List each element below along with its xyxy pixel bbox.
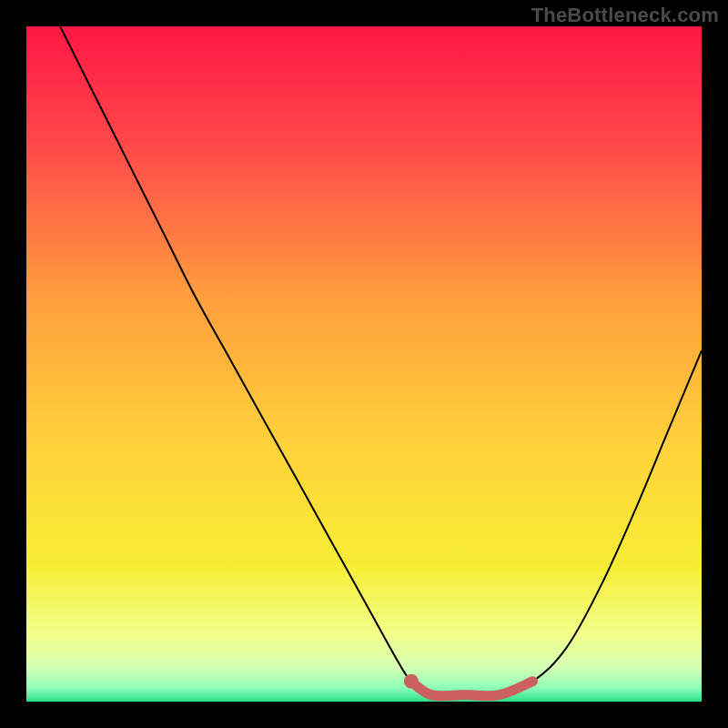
chart-frame: TheBottleneck.com bbox=[0, 0, 728, 728]
chart-svg bbox=[26, 26, 702, 702]
plot-area bbox=[26, 26, 702, 702]
watermark-text: TheBottleneck.com bbox=[531, 4, 719, 27]
